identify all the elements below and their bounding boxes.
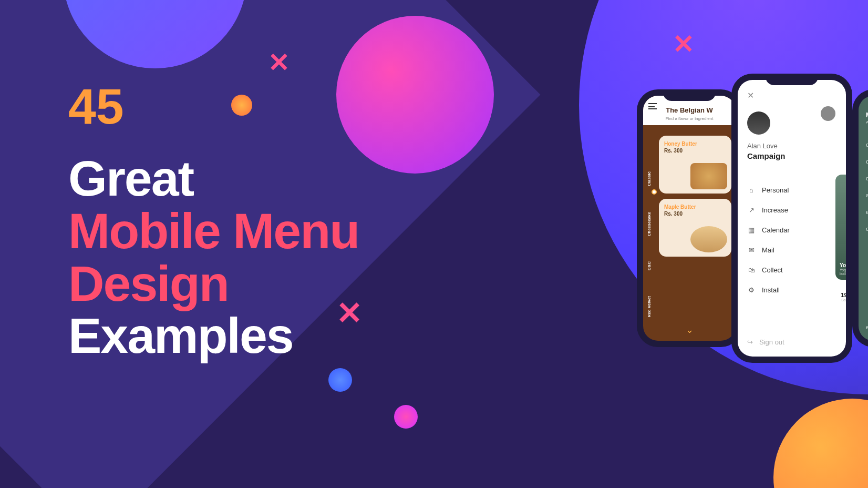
x-icon: ✕ bbox=[268, 47, 290, 78]
menu-item-increase[interactable]: ↗Increase bbox=[747, 200, 825, 220]
signout-button[interactable]: ↪Sign out bbox=[747, 338, 784, 346]
waffle-active-dot bbox=[652, 189, 657, 195]
phone-mockup-campaign: ✕ Alan Love Campaign Search keep Yoga Re… bbox=[731, 74, 852, 363]
yoga-card[interactable]: Yoga Reha Yoga training regulating bod bbox=[835, 175, 846, 280]
home-icon: ⌂ bbox=[747, 186, 756, 194]
x-icon: ✕ bbox=[673, 29, 695, 59]
menu-item-calendar[interactable]: ▦Calendar bbox=[747, 220, 825, 240]
waffle-card-price: Rs. 300 bbox=[664, 211, 726, 217]
mini-avatar bbox=[821, 106, 835, 121]
waffle-title: The Belgian W bbox=[648, 106, 730, 114]
waffle-tab[interactable]: C&C bbox=[647, 261, 652, 270]
avatar[interactable] bbox=[747, 111, 770, 135]
waffle-card-price: Rs. 300 bbox=[664, 148, 726, 154]
gear-icon: ⚙ bbox=[747, 286, 756, 294]
menu-item[interactable]: essages bbox=[866, 204, 868, 220]
user-name: Alan Love bbox=[747, 142, 778, 150]
bag-icon: 🛍 bbox=[747, 266, 756, 274]
menu-item-collect[interactable]: 🛍Collect bbox=[747, 260, 825, 280]
profile-menu: option onation d pet avorites essages of… bbox=[859, 128, 868, 246]
profile-name: Miroslava Savitskaya bbox=[866, 111, 868, 119]
yoga-subtitle: Yoga training regulating bod bbox=[840, 268, 846, 276]
waffle-image bbox=[690, 163, 727, 189]
waffle-tab[interactable]: Classic bbox=[647, 171, 652, 186]
menu-item[interactable]: option bbox=[866, 136, 868, 153]
waffle-image bbox=[690, 226, 727, 252]
menu-item[interactable]: ofile bbox=[866, 220, 868, 237]
phone-notch bbox=[766, 74, 818, 85]
profile-status: Active status bbox=[866, 120, 868, 125]
campaign-menu: ⌂Personal ↗Increase ▦Calendar ✉Mail 🛍Col… bbox=[747, 180, 825, 300]
headline: 45 Great Mobile Menu Design Examples bbox=[68, 82, 359, 362]
waffle-card-name: Honey Butter bbox=[664, 141, 726, 147]
headline-title: Great Mobile Menu Design Examples bbox=[68, 152, 359, 362]
waffle-subtitle: Find a flavor or ingredient bbox=[648, 116, 730, 121]
menu-item-mail[interactable]: ✉Mail bbox=[747, 240, 825, 260]
hamburger-icon[interactable] bbox=[648, 103, 657, 109]
menu-item[interactable]: d pet bbox=[866, 170, 868, 187]
chart-icon: ↗ bbox=[747, 206, 756, 214]
chevron-down-icon[interactable]: ⌄ bbox=[686, 324, 694, 336]
waffle-card-name: Maple Butter bbox=[664, 204, 726, 210]
yoga-title: Yoga Reha bbox=[840, 262, 846, 268]
menu-item[interactable]: onation bbox=[866, 153, 868, 170]
date-item[interactable]: 19Sat bbox=[841, 292, 846, 302]
headline-number: 45 bbox=[68, 82, 359, 131]
waffle-card[interactable]: Maple Butter Rs. 300 bbox=[659, 199, 731, 257]
menu-item-install[interactable]: ⚙Install bbox=[747, 280, 825, 300]
signout-icon: ↪ bbox=[747, 338, 753, 346]
profile-footer: ettings Log out bbox=[866, 324, 868, 330]
date-strip: 19Sat 20Sun 21Mon bbox=[835, 286, 846, 307]
mail-icon: ✉ bbox=[747, 246, 756, 254]
menu-item-personal[interactable]: ⌂Personal bbox=[747, 180, 825, 200]
waffle-card[interactable]: Honey Butter Rs. 300 bbox=[659, 136, 731, 194]
profile-header: Miroslava Savitskaya Active status bbox=[859, 96, 868, 128]
waffle-tab[interactable]: Cheesecake bbox=[647, 212, 652, 236]
phone-notch bbox=[663, 89, 716, 101]
bg-circle-magenta bbox=[336, 16, 494, 174]
menu-item[interactable]: avorites bbox=[866, 187, 868, 204]
bg-dot-blue bbox=[328, 368, 352, 392]
user-subtitle: Campaign bbox=[747, 151, 786, 160]
waffle-tab[interactable]: Red Velvet bbox=[647, 296, 652, 317]
bg-circle-orange bbox=[773, 399, 868, 488]
settings-link[interactable]: ettings bbox=[866, 324, 868, 330]
waffle-side-tabs: Classic Cheesecake C&C Red Velvet bbox=[643, 159, 655, 330]
phone-mockup-waffle: The Belgian W Find a flavor or ingredien… bbox=[637, 89, 742, 347]
bg-dot-pink bbox=[394, 405, 418, 429]
search-pill[interactable]: Search bbox=[842, 131, 846, 146]
phone-mockup-profile: Miroslava Savitskaya Active status optio… bbox=[852, 89, 868, 347]
calendar-icon: ▦ bbox=[747, 226, 756, 234]
close-icon[interactable]: ✕ bbox=[747, 90, 754, 100]
